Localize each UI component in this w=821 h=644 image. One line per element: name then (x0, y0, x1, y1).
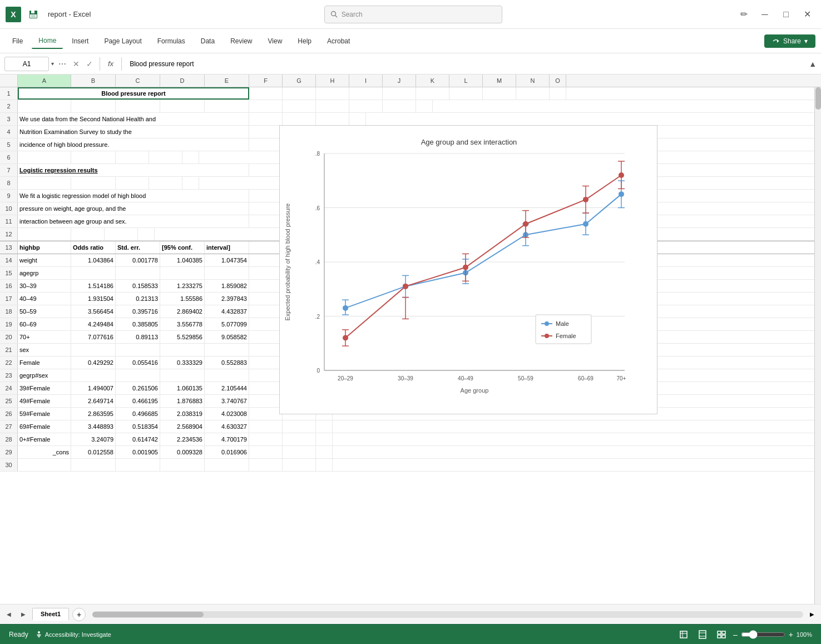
cell-b16[interactable]: 1.514186 (71, 280, 116, 292)
cell-a3[interactable]: We use data from the Second National Hea… (18, 113, 249, 125)
formula-input[interactable] (126, 60, 807, 68)
cell-c2[interactable] (116, 100, 160, 112)
ribbon-tab-review[interactable]: Review (224, 33, 259, 49)
cell-b17[interactable]: 1.931504 (71, 293, 116, 305)
cancel-formula-icon[interactable]: ✕ (71, 60, 82, 68)
cell-d16[interactable]: 1.233275 (160, 280, 205, 292)
horizontal-scrollbar[interactable] (92, 611, 803, 618)
row-num-26[interactable]: 26 (0, 408, 18, 420)
cell-d20[interactable]: 5.529856 (160, 331, 205, 343)
ribbon-tab-formulas[interactable]: Formulas (151, 33, 192, 49)
cell-d29[interactable]: 0.009328 (160, 446, 205, 458)
cell-f15[interactable] (249, 267, 283, 279)
page-break-view-button[interactable] (714, 627, 729, 642)
row-num-9[interactable]: 9 (0, 190, 18, 202)
cell-a22[interactable]: Female (18, 356, 71, 369)
row-num-15[interactable]: 15 (0, 267, 18, 279)
cell-h2[interactable] (316, 100, 349, 112)
cell-a10[interactable]: pressure on weight, age group, and the (18, 202, 249, 215)
row-num-5[interactable]: 5 (0, 138, 18, 151)
ribbon-tab-data[interactable]: Data (194, 33, 221, 49)
cell-e18[interactable]: 4.432837 (205, 305, 249, 318)
cell-a17[interactable]: 40–49 (18, 293, 71, 305)
cell-k1[interactable] (416, 87, 449, 100)
share-ribbon-button[interactable]: Share ▾ (764, 34, 815, 48)
pen-icon-btn[interactable]: ✏ (735, 6, 752, 23)
row-num-6[interactable]: 6 (0, 151, 18, 164)
cell-f27[interactable] (249, 420, 283, 433)
cell-d2[interactable] (160, 100, 205, 112)
row-num-17[interactable]: 17 (0, 293, 18, 305)
cell-e14[interactable]: 1.047354 (205, 254, 249, 266)
cell-b27[interactable]: 3.448893 (71, 420, 116, 433)
cell-c21[interactable] (116, 344, 160, 356)
col-header-a[interactable]: A (18, 75, 71, 87)
cell-e2[interactable] (205, 100, 249, 112)
cell-f26[interactable] (249, 408, 283, 420)
cell-f24[interactable] (249, 382, 283, 394)
cell-a29[interactable]: _cons (18, 446, 71, 458)
cell-a2[interactable] (18, 100, 71, 112)
row-num-11[interactable]: 11 (0, 215, 18, 227)
cell-c30[interactable] (116, 459, 160, 471)
cell-a5[interactable]: incidence of high blood pressure. (18, 138, 249, 151)
cell-f16[interactable] (249, 280, 283, 292)
cell-e22[interactable]: 0.552883 (205, 356, 249, 369)
cell-e17[interactable]: 2.397843 (205, 293, 249, 305)
minimize-button[interactable]: ─ (756, 6, 773, 23)
cell-l1[interactable] (449, 87, 483, 100)
cell-f23[interactable] (249, 369, 283, 382)
cell-i1[interactable] (349, 87, 383, 100)
sheet-nav-left-button[interactable]: ◀ (3, 609, 14, 620)
col-header-d[interactable]: D (160, 75, 205, 87)
col-header-m[interactable]: M (483, 75, 516, 87)
add-sheet-button[interactable]: + (72, 608, 86, 621)
row-num-8[interactable]: 8 (0, 177, 18, 189)
cell-n30[interactable] (283, 459, 316, 471)
cell-d17[interactable]: 1.55586 (160, 293, 205, 305)
cell-c19[interactable]: 0.385805 (116, 318, 160, 330)
zoom-out-button[interactable]: – (733, 630, 738, 639)
sheet-nav-right-button[interactable]: ▶ (18, 609, 29, 620)
cell-f7[interactable] (249, 164, 283, 176)
cell-b20[interactable]: 7.077616 (71, 331, 116, 343)
zoom-in-button[interactable]: + (789, 630, 793, 639)
cell-c18[interactable]: 0.395716 (116, 305, 160, 318)
page-layout-view-button[interactable] (695, 627, 710, 642)
cell-f2[interactable] (249, 100, 283, 112)
cell-a28[interactable]: 0+#Female (18, 433, 71, 445)
col-header-k[interactable]: K (416, 75, 449, 87)
cell-m1[interactable] (483, 87, 516, 100)
row-num-29[interactable]: 29 (0, 446, 18, 458)
cell-a30[interactable] (18, 459, 71, 471)
cell-d27[interactable]: 2.568904 (160, 420, 205, 433)
confirm-formula-icon[interactable]: ✓ (84, 60, 95, 68)
cell-c15[interactable] (116, 267, 160, 279)
accessibility-button[interactable]: Accessibility: Investigate (35, 631, 111, 638)
cell-a19[interactable]: 60–69 (18, 318, 71, 330)
cell-a16[interactable]: 30–39 (18, 280, 71, 292)
cell-a26[interactable]: 59#Female (18, 408, 71, 420)
cell-e28[interactable]: 4.700179 (205, 433, 249, 445)
row-num-7[interactable]: 7 (0, 164, 18, 176)
cell-a25[interactable]: 49#Female (18, 395, 71, 407)
cell-b30[interactable] (71, 459, 116, 471)
ribbon-tab-page-layout[interactable]: Page Layout (97, 33, 148, 49)
cell-a9[interactable]: We fit a logistic regression model of hi… (18, 190, 249, 202)
cell-b24[interactable]: 1.494007 (71, 382, 116, 394)
row-num-4[interactable]: 4 (0, 126, 18, 138)
cell-d26[interactable]: 2.038319 (160, 408, 205, 420)
cell-b18[interactable]: 3.566454 (71, 305, 116, 318)
cell-i2[interactable] (349, 100, 383, 112)
cell-e19[interactable]: 5.077099 (205, 318, 249, 330)
cell-f12[interactable] (71, 228, 105, 240)
cell-e30[interactable] (205, 459, 249, 471)
cell-e13[interactable]: interval] (205, 241, 249, 254)
cell-f25[interactable] (249, 395, 283, 407)
cell-n8[interactable] (149, 177, 182, 189)
cell-b29[interactable]: 0.012558 (71, 446, 116, 458)
cell-e20[interactable]: 9.058582 (205, 331, 249, 343)
cell-o29[interactable] (316, 446, 333, 458)
row-num-21[interactable]: 21 (0, 344, 18, 356)
row-num-19[interactable]: 19 (0, 318, 18, 330)
